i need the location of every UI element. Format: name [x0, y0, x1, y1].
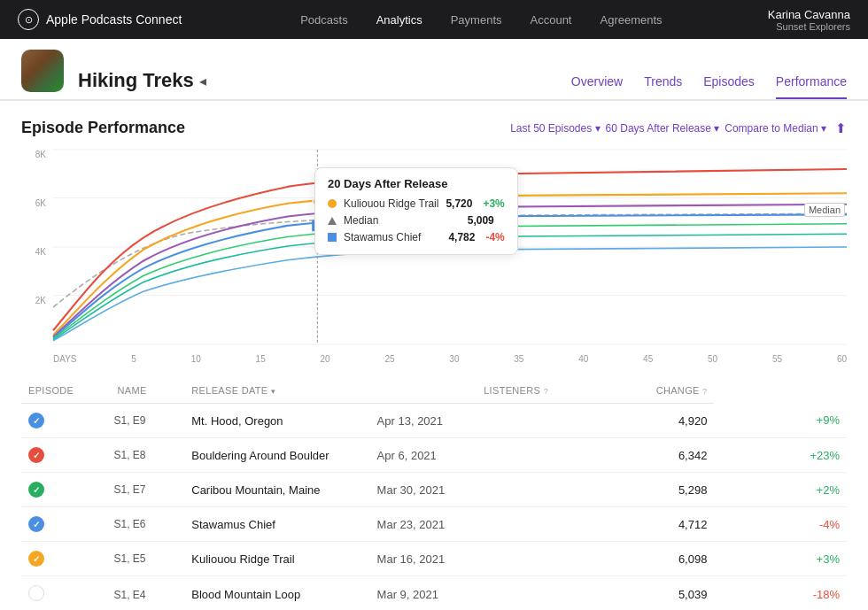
tab-overview[interactable]: Overview [571, 74, 623, 99]
cell-episode-code: S1, E9 [111, 404, 185, 438]
cell-release-date: Mar 23, 2021 [370, 507, 555, 542]
cell-episode-icon: ✓ [21, 438, 111, 473]
podcast-title-row[interactable]: Hiking Treks ◂ [78, 69, 206, 92]
nav-agreements[interactable]: Agreements [600, 13, 662, 27]
col-release-date[interactable]: RELEASE DATE ▾ [184, 378, 369, 404]
filter-bar: Last 50 Episodes ▾ 60 Days After Release… [510, 120, 847, 136]
download-btn[interactable]: ⬆ [835, 120, 847, 136]
col-episode: EPISODE [21, 378, 111, 404]
podcast-title: Hiking Treks [78, 69, 194, 92]
cell-listeners: 6,342 [555, 438, 714, 473]
tooltip-tri-median [328, 217, 337, 225]
cell-episode-icon: ✓ [21, 542, 111, 576]
episode-name: Mt. Hood, Oregon [191, 414, 283, 428]
cell-release-date: Apr 13, 2021 [370, 404, 555, 438]
tooltip-name-3: Stawamus Chief [344, 231, 441, 243]
podcast-dropdown-icon: ◂ [199, 73, 206, 89]
section-header: Episode Performance Last 50 Episodes ▾ 6… [21, 119, 847, 137]
table-row: ✓ S1, E6 Stawamus Chief Mar 23, 2021 4,7… [21, 507, 847, 542]
apple-podcasts-icon: ⊙ [18, 9, 39, 30]
table-row: ✓ S1, E7 Caribou Mountain, Maine Mar 30,… [21, 473, 847, 507]
tooltip-sq-blue [328, 233, 337, 242]
tooltip-title: 20 Days After Release [328, 177, 505, 190]
user-menu[interactable]: Karina Cavanna Sunset Explorers [768, 8, 850, 32]
tooltip-name-2: Median [344, 214, 461, 227]
cell-release-date: Mar 30, 2021 [370, 473, 555, 507]
cell-listeners: 5,298 [555, 473, 714, 507]
cell-episode-name: Bouldering Around Boulder [184, 438, 369, 473]
nav-links: Podcasts Analytics Payments Account Agre… [195, 13, 768, 27]
table-row: ✓ S1, E9 Mt. Hood, Oregon Apr 13, 2021 4… [21, 404, 847, 438]
nav-podcasts[interactable]: Podcasts [300, 13, 347, 27]
tab-episodes[interactable]: Episodes [703, 74, 755, 99]
user-show: Sunset Explorers [768, 21, 850, 32]
cell-episode-code: S1, E7 [111, 473, 185, 507]
tooltip-row-1: Kuliouou Ridge Trail 5,720 +3% [328, 197, 505, 210]
page-content: Episode Performance Last 50 Episodes ▾ 6… [0, 101, 868, 610]
chart-container: 8K 6K 4K 2K [21, 150, 847, 371]
cell-listeners: 4,712 [555, 507, 714, 542]
cell-episode-name: Blood Mountain Loop [184, 576, 369, 611]
episode-name: Caribou Mountain, Maine [191, 483, 320, 497]
cell-change: +9% [714, 404, 847, 438]
cell-episode-code: S1, E4 [111, 576, 185, 611]
col-listeners: LISTENERS ? [370, 378, 555, 404]
cell-episode-name: Stawamus Chief [184, 507, 369, 542]
chart-y-axis: 8K 6K 4K 2K [21, 150, 50, 344]
podcast-art [21, 50, 64, 92]
compare-filter-btn[interactable]: Compare to Median ▾ [725, 122, 826, 135]
podcast-header: Hiking Treks ◂ Overview Trends Episodes … [0, 39, 868, 101]
chart-tooltip: 20 Days After Release Kuliouou Ridge Tra… [314, 167, 518, 255]
row-check-icon: ✓ [28, 447, 44, 463]
row-check-icon: ✓ [28, 551, 44, 567]
cell-change: +2% [714, 473, 847, 507]
cell-episode-icon: ✓ [21, 404, 111, 438]
tooltip-change-1: +3% [483, 197, 504, 210]
section-title: Episode Performance [21, 119, 185, 137]
tooltip-dot-orange [328, 199, 337, 208]
cell-episode-name: Kuliouou Ridge Trail [184, 542, 369, 576]
brand: ⊙ Apple Podcasts Connect [18, 9, 195, 30]
table-row: ✓ S1, E8 Bouldering Around Boulder Apr 6… [21, 438, 847, 473]
nav-account[interactable]: Account [531, 13, 572, 27]
cell-change: -4% [714, 507, 847, 542]
cell-listeners: 5,039 [555, 576, 714, 611]
cell-episode-icon: ✓ [21, 507, 111, 542]
table-header-row: EPISODE NAME RELEASE DATE ▾ LISTENERS ? … [21, 378, 847, 404]
user-info: Karina Cavanna Sunset Explorers [768, 8, 850, 32]
cell-episode-name: Mt. Hood, Oregon [184, 404, 369, 438]
tooltip-name-1: Kuliouou Ridge Trail [344, 197, 438, 210]
nav-analytics[interactable]: Analytics [376, 13, 422, 27]
days-filter-btn[interactable]: 60 Days After Release ▾ [606, 122, 720, 135]
tooltip-change-3: -4% [485, 231, 504, 243]
episodes-filter-btn[interactable]: Last 50 Episodes ▾ [510, 122, 600, 135]
tab-trends[interactable]: Trends [644, 74, 682, 99]
episode-name: Bouldering Around Boulder [191, 449, 329, 462]
col-change: CHANGE ? [555, 378, 714, 404]
episode-name: Stawamus Chief [191, 518, 275, 531]
cell-episode-icon: ✓ [21, 473, 111, 507]
tooltip-val-1: 5,720 [446, 197, 472, 210]
tooltip-row-2: Median 5,009 [328, 214, 505, 227]
tooltip-val-2: 5,009 [468, 214, 494, 227]
tooltip-val-3: 4,782 [448, 231, 475, 243]
col-name: NAME [111, 378, 185, 404]
cell-change: +3% [714, 542, 847, 576]
table-row: S1, E4 Blood Mountain Loop Mar 9, 2021 5… [21, 576, 847, 611]
cell-episode-name: Caribou Mountain, Maine [184, 473, 369, 507]
podcast-tabs: Overview Trends Episodes Performance [571, 74, 847, 99]
row-check-icon: ✓ [28, 482, 44, 498]
tooltip-row-3: Stawamus Chief 4,782 -4% [328, 231, 505, 243]
cell-episode-code: S1, E5 [111, 542, 185, 576]
app-title: Apple Podcasts Connect [46, 12, 182, 27]
cell-change: +23% [714, 438, 847, 473]
cell-episode-code: S1, E8 [111, 438, 185, 473]
top-nav: ⊙ Apple Podcasts Connect Podcasts Analyt… [0, 0, 868, 39]
tab-performance[interactable]: Performance [776, 74, 847, 99]
chart-svg-container: 20 Days After Release Kuliouou Ridge Tra… [53, 150, 847, 344]
median-label: Median [804, 203, 845, 217]
nav-payments[interactable]: Payments [451, 13, 502, 27]
episodes-table: EPISODE NAME RELEASE DATE ▾ LISTENERS ? … [21, 378, 847, 610]
cell-change: -18% [714, 576, 847, 611]
row-check-icon: ✓ [28, 516, 44, 532]
